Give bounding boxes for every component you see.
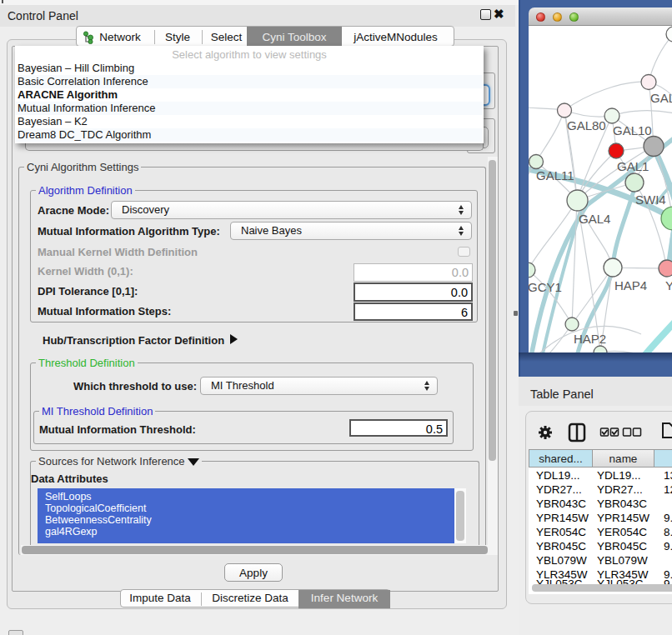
svg-text:SWI4: SWI4 [635,192,666,207]
svg-text:HAP4: HAP4 [614,278,647,292]
svg-text:GAL7: GAL7 [650,91,672,105]
svg-text:GAL1: GAL1 [617,159,649,173]
svg-text:GAL4: GAL4 [579,212,610,226]
svg-text:HAP2: HAP2 [574,332,606,346]
svg-text:GAL11: GAL11 [536,168,574,182]
svg-text:GAL80: GAL80 [567,118,606,132]
svg-text:Y: Y [665,278,672,292]
svg-text:GCY1: GCY1 [529,280,562,294]
svg-text:GAL10: GAL10 [613,123,652,138]
